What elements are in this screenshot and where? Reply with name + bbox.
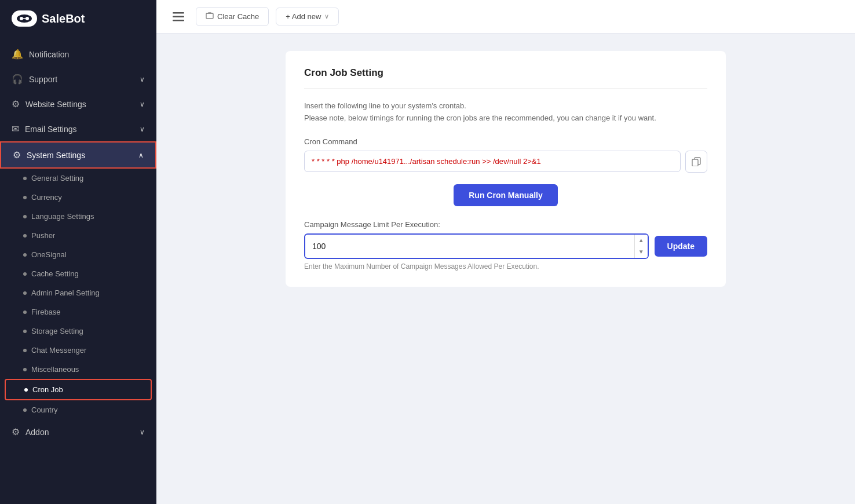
sidebar-subitem-language-settings[interactable]: Language Settings (0, 207, 156, 226)
update-button[interactable]: Update (655, 236, 707, 257)
sidebar-subitem-storage-setting[interactable]: Storage Setting (0, 322, 156, 341)
card-title: Cron Job Setting (304, 67, 707, 89)
notification-icon: 🔔 (12, 49, 23, 60)
sidebar-subitem-language-settings-label: Language Settings (31, 212, 94, 221)
bullet-icon (23, 234, 27, 238)
page-content: Cron Job Setting Insert the following li… (156, 34, 855, 504)
update-label: Update (667, 242, 695, 251)
email-settings-icon: ✉ (12, 123, 19, 134)
sidebar-subitem-pusher-label: Pusher (31, 231, 55, 240)
sidebar-item-email-settings-label: Email Settings (25, 125, 76, 134)
system-settings-icon: ⚙ (13, 149, 21, 160)
sidebar-nav: 🔔 Notification 🎧 Support ∨ ⚙ Website Set… (0, 37, 156, 504)
sidebar-item-website-settings[interactable]: ⚙ Website Settings ∨ (0, 92, 156, 116)
campaign-limit-label: Campaign Message Limit Per Execution: (304, 220, 707, 229)
logo-area: SaleBot (0, 0, 156, 37)
chevron-down-icon-2: ∨ (140, 100, 145, 108)
bullet-icon (23, 177, 27, 180)
sidebar-subitem-admin-panel-setting[interactable]: Admin Panel Setting (0, 283, 156, 302)
bullet-icon (23, 349, 27, 352)
hint-text: Enter the Maximum Number of Campaign Mes… (304, 262, 707, 271)
sidebar-subitem-country[interactable]: Country (0, 400, 156, 419)
bullet-icon (23, 272, 27, 276)
sidebar-subitem-currency[interactable]: Currency (0, 188, 156, 207)
cron-command-input[interactable] (304, 151, 681, 172)
svg-rect-5 (173, 16, 184, 17)
sidebar-item-system-settings-label: System Settings (27, 151, 85, 160)
hamburger-button[interactable] (168, 6, 189, 27)
chevron-down-icon-3: ∨ (140, 125, 145, 133)
sidebar-item-addon-label: Addon (25, 428, 49, 437)
clear-cache-icon (206, 12, 214, 21)
info-line1: Insert the following line to your system… (304, 101, 466, 110)
chevron-down-icon: ∨ (140, 75, 145, 83)
bullet-icon (23, 408, 27, 412)
sidebar-subitem-country-label: Country (31, 406, 58, 414)
svg-point-2 (25, 17, 29, 20)
chevron-up-icon: ∧ (138, 151, 144, 159)
stepper-up-button[interactable]: ▲ (635, 235, 648, 246)
bullet-icon (23, 330, 27, 333)
stepper-controls: ▲ ▼ (634, 235, 648, 258)
support-icon: 🎧 (12, 74, 23, 85)
sidebar-subitem-currency-label: Currency (31, 193, 62, 202)
bullet-icon (23, 196, 27, 199)
svg-rect-7 (206, 13, 213, 19)
sidebar-subitem-cache-setting[interactable]: Cache Setting (0, 264, 156, 283)
campaign-limit-input-wrap: ▲ ▼ (304, 233, 649, 259)
sidebar-subitem-firebase-label: Firebase (31, 308, 61, 316)
bullet-icon (23, 215, 27, 218)
addon-icon: ⚙ (12, 426, 20, 437)
topbar: Clear Cache + Add new ∨ (156, 0, 855, 34)
copy-button[interactable] (685, 151, 707, 173)
sidebar-subitem-miscellaneous[interactable]: Miscellaneous (0, 360, 156, 379)
bullet-icon-active (24, 388, 28, 392)
sidebar-subitem-storage-setting-label: Storage Setting (31, 327, 83, 335)
add-new-button[interactable]: + Add new ∨ (276, 8, 339, 25)
clear-cache-button[interactable]: Clear Cache (196, 7, 269, 26)
sidebar-subitem-pusher[interactable]: Pusher (0, 226, 156, 245)
add-new-label: + Add new (286, 12, 321, 21)
bullet-icon (23, 253, 27, 257)
svg-rect-9 (692, 159, 698, 166)
main-content: Clear Cache + Add new ∨ Cron Job Setting… (156, 0, 855, 504)
run-cron-manually-button[interactable]: Run Cron Manually (454, 184, 558, 206)
logo-icon (12, 10, 37, 27)
sidebar-item-email-settings[interactable]: ✉ Email Settings ∨ (0, 116, 156, 141)
run-cron-manually-label: Run Cron Manually (469, 191, 543, 200)
system-settings-subnav: General Setting Currency Language Settin… (0, 169, 156, 419)
stepper-down-button[interactable]: ▼ (635, 246, 648, 258)
sidebar-item-notification[interactable]: 🔔 Notification (0, 42, 156, 67)
sidebar-subitem-admin-panel-setting-label: Admin Panel Setting (31, 288, 100, 297)
sidebar-item-system-settings[interactable]: ⚙ System Settings ∧ (0, 141, 156, 169)
sidebar-subitem-general-setting[interactable]: General Setting (0, 169, 156, 188)
sidebar-subitem-chat-messenger-label: Chat Messenger (31, 346, 86, 355)
sidebar-item-notification-label: Notification (29, 50, 69, 59)
website-settings-icon: ⚙ (12, 98, 20, 109)
sidebar-subitem-chat-messenger[interactable]: Chat Messenger (0, 341, 156, 360)
bullet-icon (23, 291, 27, 295)
sidebar: SaleBot 🔔 Notification 🎧 Support ∨ ⚙ Web… (0, 0, 156, 504)
cron-command-row (304, 151, 707, 173)
sidebar-subitem-cron-job-label: Cron Job (32, 385, 63, 394)
info-text: Insert the following line to your system… (304, 100, 707, 125)
chevron-down-icon-addnew: ∨ (324, 13, 329, 20)
campaign-limit-input[interactable] (305, 236, 634, 257)
sidebar-subitem-cron-job[interactable]: Cron Job (5, 379, 152, 400)
svg-rect-4 (173, 12, 184, 14)
sidebar-item-support-label: Support (29, 75, 57, 84)
sidebar-item-addon[interactable]: ⚙ Addon ∨ (0, 419, 156, 444)
sidebar-subitem-miscellaneous-label: Miscellaneous (31, 365, 79, 374)
bullet-icon (23, 311, 27, 314)
campaign-limit-row: ▲ ▼ Update (304, 233, 707, 259)
sidebar-subitem-general-setting-label: General Setting (31, 174, 83, 182)
sidebar-subitem-onesignal[interactable]: OneSignal (0, 245, 156, 264)
logo-text: SaleBot (42, 12, 85, 25)
sidebar-item-support[interactable]: 🎧 Support ∨ (0, 67, 156, 92)
sidebar-item-website-settings-label: Website Settings (25, 100, 86, 109)
bullet-icon (23, 368, 27, 371)
cron-command-label: Cron Command (304, 137, 707, 146)
sidebar-subitem-firebase[interactable]: Firebase (0, 302, 156, 322)
info-line2: Please note, below timings for running t… (304, 114, 656, 122)
svg-rect-6 (173, 20, 184, 21)
